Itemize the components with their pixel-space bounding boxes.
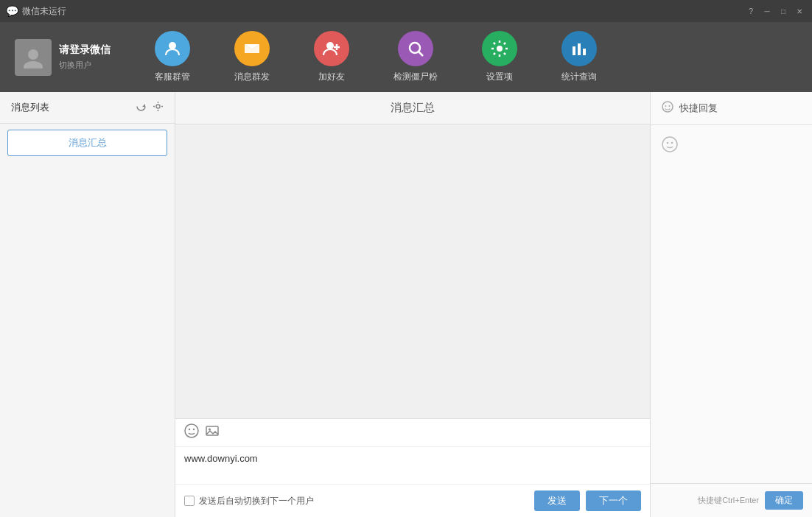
chat-messages — [175, 124, 650, 418]
username: 请登录微信 — [59, 43, 111, 57]
customer-icon — [155, 31, 190, 66]
auto-switch-checkbox[interactable] — [184, 496, 195, 506]
svg-marker-12 — [142, 104, 145, 107]
svg-line-7 — [419, 52, 423, 56]
switch-user-button[interactable]: 切换用户 — [59, 60, 111, 71]
nav-item-addfriend[interactable]: 加好友 — [292, 25, 371, 89]
title-bar: 💬 微信未运行 ? ─ □ ✕ — [0, 0, 812, 22]
svg-point-15 — [189, 429, 190, 430]
window-controls: ? ─ □ ✕ — [744, 4, 806, 18]
confirm-button[interactable]: 确定 — [765, 491, 803, 510]
stats-icon — [561, 31, 597, 66]
nav-icons: 客服群管 消息群发 加好友 — [133, 25, 797, 89]
emoji-toolbar-icon[interactable] — [184, 423, 199, 442]
svg-rect-17 — [206, 426, 218, 435]
minimize-button[interactable]: ─ — [760, 4, 774, 18]
svg-point-13 — [156, 105, 160, 108]
auto-switch-label: 发送后自动切换到下一个用户 — [199, 495, 314, 507]
avatar — [15, 39, 52, 76]
nav-item-stats[interactable]: 统计查询 — [539, 25, 619, 89]
sidebar-icons — [136, 101, 164, 114]
nav-label-stats: 统计查询 — [561, 71, 597, 83]
right-panel: 快捷回复 快捷键Ctrl+Enter 确定 — [650, 92, 812, 517]
svg-rect-10 — [578, 43, 581, 55]
svg-point-20 — [665, 105, 667, 107]
refresh-icon[interactable] — [136, 101, 147, 114]
svg-point-14 — [185, 424, 198, 437]
chat-input[interactable] — [175, 447, 650, 484]
nav-label-addfriend: 加好友 — [318, 71, 345, 83]
nav-item-detect[interactable]: 检测僵尸粉 — [371, 25, 460, 89]
chat-bottom-bar: 发送后自动切换到下一个用户 发送 下一个 — [175, 484, 650, 517]
sidebar-title: 消息列表 — [11, 101, 49, 114]
nav-item-customer[interactable]: 客服群管 — [133, 25, 212, 89]
app-icon: 💬 — [6, 5, 18, 17]
nav-item-mass[interactable]: 消息群发 — [212, 25, 292, 89]
right-panel-footer: 快捷键Ctrl+Enter 确定 — [651, 483, 812, 517]
app-title: 微信未运行 — [22, 5, 744, 18]
next-button[interactable]: 下一个 — [586, 490, 641, 511]
chat-toolbar — [175, 419, 650, 447]
sidebar: 消息列表 消息汇总 — [0, 92, 175, 517]
main-content: 消息列表 消息汇总 消息汇总 — [0, 92, 812, 517]
user-info: 请登录微信 切换用户 — [59, 43, 111, 71]
chat-area: 消息汇总 — [175, 92, 650, 517]
nav-label-settings: 设置项 — [486, 71, 513, 83]
right-panel-header: 快捷回复 — [651, 92, 812, 125]
sidebar-item-summary[interactable]: 消息汇总 — [7, 130, 167, 156]
sidebar-header: 消息列表 — [0, 92, 175, 124]
send-button[interactable]: 发送 — [534, 490, 580, 511]
svg-point-23 — [667, 142, 669, 144]
svg-point-22 — [662, 137, 677, 152]
chat-title: 消息汇总 — [175, 92, 650, 124]
svg-rect-11 — [583, 49, 586, 55]
settings-icon — [482, 31, 517, 66]
user-section: 请登录微信 切换用户 — [15, 39, 118, 76]
svg-point-24 — [671, 142, 673, 144]
svg-point-16 — [193, 429, 195, 430]
quick-reply-icon — [662, 101, 673, 116]
nav-label-detect: 检测僵尸粉 — [393, 71, 438, 83]
panel-emoji-icon — [658, 133, 805, 161]
nav-label-customer: 客服群管 — [155, 71, 190, 83]
svg-point-19 — [662, 102, 673, 112]
svg-rect-9 — [573, 46, 575, 55]
nav-bar: 请登录微信 切换用户 客服群管 消息群发 — [0, 22, 812, 92]
nav-item-settings[interactable]: 设置项 — [460, 25, 539, 89]
help-button[interactable]: ? — [744, 4, 757, 18]
auto-switch-section: 发送后自动切换到下一个用户 — [184, 495, 528, 507]
shortcut-label: 快捷键Ctrl+Enter — [698, 495, 759, 506]
svg-point-8 — [497, 46, 503, 52]
svg-point-18 — [209, 429, 211, 431]
mass-icon — [234, 31, 270, 66]
svg-point-0 — [28, 49, 38, 60]
svg-point-6 — [410, 43, 420, 53]
close-button[interactable]: ✕ — [793, 4, 806, 18]
svg-point-2 — [169, 42, 176, 49]
detect-icon — [398, 31, 433, 66]
right-panel-title: 快捷回复 — [679, 102, 718, 115]
right-panel-body — [651, 125, 812, 483]
image-toolbar-icon[interactable] — [205, 423, 220, 442]
svg-point-3 — [326, 42, 334, 49]
nav-label-mass: 消息群发 — [234, 71, 270, 83]
addfriend-icon — [314, 31, 349, 66]
svg-point-1 — [24, 61, 43, 68]
restore-button[interactable]: □ — [777, 4, 790, 18]
settings-small-icon[interactable] — [153, 101, 164, 114]
chat-input-area: 发送后自动切换到下一个用户 发送 下一个 — [175, 418, 650, 517]
svg-point-21 — [669, 105, 671, 107]
